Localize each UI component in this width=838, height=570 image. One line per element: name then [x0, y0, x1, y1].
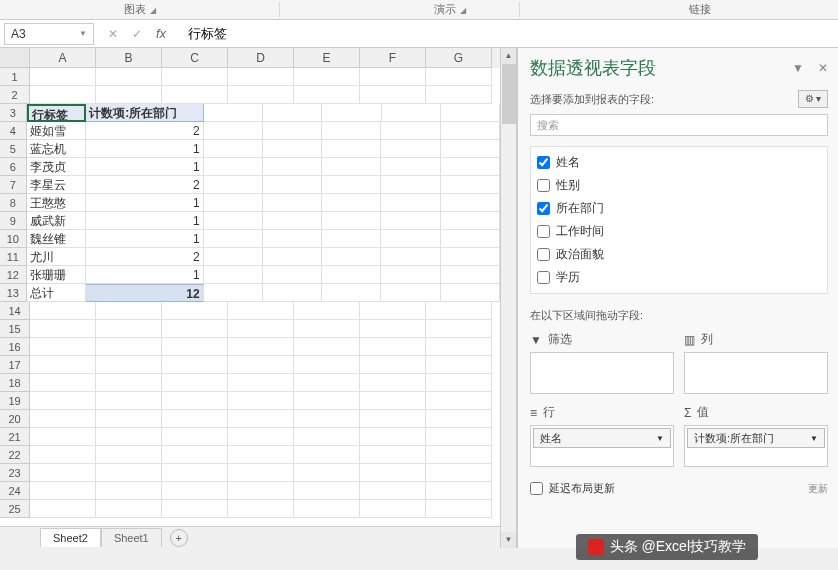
cell[interactable]	[204, 248, 263, 266]
cell[interactable]	[30, 302, 96, 320]
row-header[interactable]: 19	[0, 392, 30, 410]
pivot-row-value[interactable]: 1	[86, 140, 204, 158]
cell[interactable]	[322, 158, 381, 176]
cell[interactable]	[426, 392, 492, 410]
cell[interactable]	[162, 86, 228, 104]
pivot-total-label[interactable]: 总计	[27, 284, 86, 302]
expand-icon[interactable]: ◢	[460, 6, 466, 15]
pivot-row-value[interactable]: 1	[86, 230, 204, 248]
cell[interactable]	[381, 140, 440, 158]
col-header-F[interactable]: F	[360, 48, 426, 68]
cell[interactable]	[382, 104, 441, 122]
cell[interactable]	[426, 356, 492, 374]
cell[interactable]	[381, 194, 440, 212]
field-item[interactable]: 姓名	[535, 151, 823, 174]
row-header[interactable]: 12	[0, 266, 27, 284]
formula-input[interactable]	[184, 26, 838, 41]
cell[interactable]	[294, 68, 360, 86]
cell[interactable]	[30, 374, 96, 392]
cell[interactable]	[426, 86, 492, 104]
cell[interactable]	[322, 212, 381, 230]
cell[interactable]	[360, 338, 426, 356]
cell[interactable]	[426, 464, 492, 482]
cell[interactable]	[322, 140, 381, 158]
cell[interactable]	[30, 446, 96, 464]
pivot-row-header[interactable]: 行标签▾	[27, 104, 87, 122]
cell[interactable]	[426, 302, 492, 320]
cell[interactable]	[204, 266, 263, 284]
confirm-icon[interactable]: ✓	[132, 27, 142, 41]
row-header[interactable]: 1	[0, 68, 30, 86]
cell[interactable]	[204, 158, 263, 176]
cell[interactable]	[294, 410, 360, 428]
row-header[interactable]: 3	[0, 104, 27, 122]
pivot-row-label[interactable]: 蓝忘机	[27, 140, 86, 158]
pivot-row-label[interactable]: 张珊珊	[27, 266, 86, 284]
cell[interactable]	[441, 140, 500, 158]
cell[interactable]	[162, 338, 228, 356]
cell[interactable]	[30, 410, 96, 428]
cell[interactable]	[294, 446, 360, 464]
field-search-input[interactable]: 搜索	[530, 114, 828, 136]
cell[interactable]	[96, 410, 162, 428]
gear-icon[interactable]: ⚙ ▾	[798, 90, 828, 108]
cell[interactable]	[263, 176, 322, 194]
close-icon[interactable]: ✕	[818, 61, 828, 75]
cell[interactable]	[294, 86, 360, 104]
row-header[interactable]: 24	[0, 482, 30, 500]
cell[interactable]	[322, 248, 381, 266]
pivot-row-label[interactable]: 姬如雪	[27, 122, 86, 140]
cell[interactable]	[360, 86, 426, 104]
cell[interactable]	[381, 266, 440, 284]
cell[interactable]	[322, 230, 381, 248]
value-area-item[interactable]: 计数项:所在部门▼	[687, 428, 825, 448]
cell[interactable]	[360, 482, 426, 500]
pivot-row-label[interactable]: 李星云	[27, 176, 86, 194]
cell[interactable]	[263, 140, 322, 158]
cell[interactable]	[263, 122, 322, 140]
scroll-down-icon[interactable]: ▼	[501, 532, 516, 548]
scroll-up-icon[interactable]: ▲	[501, 48, 516, 64]
cell[interactable]	[426, 410, 492, 428]
cell[interactable]	[204, 230, 263, 248]
cell[interactable]	[441, 158, 500, 176]
chevron-down-icon[interactable]: ▼	[79, 29, 87, 38]
pivot-row-value[interactable]: 1	[86, 194, 204, 212]
cell[interactable]	[360, 428, 426, 446]
row-header[interactable]: 23	[0, 464, 30, 482]
fx-icon[interactable]: fx	[156, 26, 166, 41]
rows-drop-area[interactable]: 姓名▼	[530, 425, 674, 467]
pane-menu-icon[interactable]: ▼	[792, 61, 804, 75]
cell[interactable]	[426, 338, 492, 356]
cell[interactable]	[294, 500, 360, 518]
cell[interactable]	[30, 356, 96, 374]
cell[interactable]	[360, 68, 426, 86]
cell[interactable]	[294, 320, 360, 338]
col-header-C[interactable]: C	[162, 48, 228, 68]
pivot-row-value[interactable]: 1	[86, 266, 204, 284]
pivot-row-value[interactable]: 2	[86, 122, 204, 140]
defer-layout-checkbox[interactable]: 延迟布局更新	[530, 481, 615, 496]
cell[interactable]	[96, 464, 162, 482]
row-header[interactable]: 18	[0, 374, 30, 392]
cell[interactable]	[96, 428, 162, 446]
row-header[interactable]: 7	[0, 176, 27, 194]
cell[interactable]	[228, 302, 294, 320]
cell[interactable]	[204, 104, 263, 122]
cell[interactable]	[263, 104, 322, 122]
row-header[interactable]: 13	[0, 284, 27, 302]
row-header[interactable]: 21	[0, 428, 30, 446]
cell[interactable]	[294, 392, 360, 410]
pivot-row-label[interactable]: 尤川	[27, 248, 86, 266]
cell[interactable]	[441, 230, 500, 248]
cell[interactable]	[96, 356, 162, 374]
row-header[interactable]: 17	[0, 356, 30, 374]
worksheet-grid[interactable]: A B C D E F G 123行标签▾计数项:所在部门4姬如雪25蓝忘机16…	[0, 48, 500, 548]
row-header[interactable]: 6	[0, 158, 27, 176]
cell[interactable]	[204, 284, 263, 302]
cell[interactable]	[263, 194, 322, 212]
cell[interactable]	[162, 320, 228, 338]
row-header[interactable]: 25	[0, 500, 30, 518]
cell[interactable]	[204, 212, 263, 230]
cell[interactable]	[426, 68, 492, 86]
